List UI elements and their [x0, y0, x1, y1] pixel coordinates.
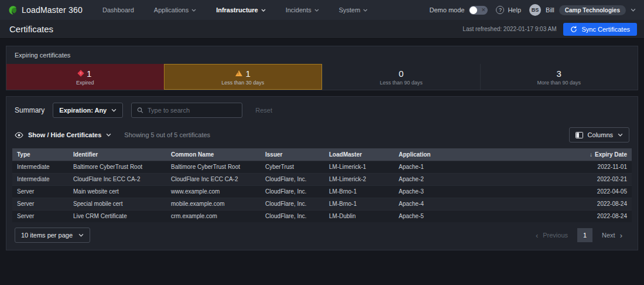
col-header-issuer[interactable]: Issuer [261, 148, 324, 161]
search-icon [137, 107, 143, 114]
nav-item-infrastructure[interactable]: Infrastructure [216, 6, 266, 13]
show-hide-label: Show / Hide Certificates [28, 131, 101, 138]
cell-common-name: Baltimore CyberTrust Root [166, 161, 261, 173]
card-more-than-90-days[interactable]: 3 More than 90 days [480, 64, 638, 90]
nav-item-incidents[interactable]: Incidents [286, 6, 319, 13]
pager: ‹ Previous 1 Next › [529, 228, 629, 242]
nav-label: Incidents [286, 6, 311, 13]
columns-dropdown[interactable]: Columns [569, 127, 629, 142]
cell-common-name: crm.example.com [166, 210, 261, 222]
cell-expiry-date: 2022-08-24 [561, 210, 632, 222]
card-less-than-30-days[interactable]: 1 Less than 30 days [164, 64, 323, 90]
summary-panel: Summary Expiration: Any Reset Show / Hid… [6, 96, 638, 250]
table-row[interactable]: Server Live CRM Certificate crm.example.… [12, 210, 632, 222]
cell-application: Apache-4 [394, 198, 561, 210]
cell-common-name: CloudFlare Inc ECC CA-2 [166, 173, 261, 185]
cell-application: Apache-3 [394, 185, 561, 198]
summary-filter-row: Summary Expiration: Any Reset [6, 97, 638, 123]
table-row[interactable]: Intermediate Baltimore CyberTrust Root B… [12, 161, 632, 173]
expiration-filter-dropdown[interactable]: Expiration: Any [53, 103, 123, 118]
items-per-page-dropdown[interactable]: 10 items per page [15, 228, 90, 243]
card-count: 3 [557, 69, 561, 79]
items-per-page-label: 10 items per page [21, 232, 73, 239]
eye-icon [15, 132, 23, 138]
nav-item-dashboard[interactable]: Dashboard [102, 6, 134, 13]
org-badge[interactable]: Camp Technologies [559, 5, 626, 15]
col-header-expiry-date[interactable]: ↓Expiry Date [561, 148, 632, 161]
cell-identifier: Special mobile cert [68, 198, 166, 210]
col-header-loadmaster[interactable]: LoadMaster [324, 148, 394, 161]
cell-type: Intermediate [12, 173, 68, 185]
sync-certificates-button[interactable]: Sync Certificates [563, 23, 637, 36]
chevron-down-icon [111, 108, 117, 112]
cell-issuer: CloudFlare, Inc. [261, 210, 324, 222]
cell-application: Apache-2 [394, 173, 561, 185]
nav-item-applications[interactable]: Applications [154, 6, 196, 13]
cell-type: Intermediate [12, 161, 68, 173]
card-count: 1 [87, 69, 91, 79]
card-label: Expired [76, 80, 94, 86]
user-name: Bill [546, 6, 554, 13]
cell-application: Apache-5 [394, 210, 561, 222]
top-navigation-bar: LoadMaster 360 Dashboard Applications In… [0, 0, 644, 20]
card-label: Less than 30 days [221, 80, 264, 86]
cell-type: Server [12, 198, 68, 210]
nav-item-system[interactable]: System [339, 6, 368, 13]
col-header-common-name[interactable]: Common Name [166, 148, 261, 161]
page-number-button[interactable]: 1 [577, 228, 592, 242]
cell-identifier: CloudFlare Inc ECC CA-2 [68, 173, 166, 185]
page-title: Certificates [9, 24, 53, 34]
card-label: More than 90 days [537, 80, 581, 86]
avatar: BS [529, 4, 541, 16]
table-header-row: Type Identifier Common Name Issuer LoadM… [12, 148, 632, 161]
cell-loadmaster: LM-Limerick-2 [324, 173, 394, 185]
reset-button[interactable]: Reset [255, 107, 272, 114]
col-header-application[interactable]: Application [394, 148, 561, 161]
table-row[interactable]: Intermediate CloudFlare Inc ECC CA-2 Clo… [12, 173, 632, 185]
cell-identifier: Main website cert [68, 185, 166, 198]
search-input[interactable] [148, 107, 237, 114]
demo-mode-label: Demo mode [430, 6, 465, 13]
cell-issuer: CyberTrust [261, 161, 324, 173]
col-header-identifier[interactable]: Identifier [68, 148, 166, 161]
show-hide-certificates-dropdown[interactable]: Show / Hide Certificates [15, 131, 111, 138]
previous-label: Previous [543, 232, 568, 239]
brand-logo[interactable]: LoadMaster 360 [8, 5, 83, 15]
card-count: 0 [399, 69, 403, 79]
table-row[interactable]: Server Main website cert www.example.com… [12, 185, 632, 198]
diamond-alert-icon [77, 70, 84, 76]
cell-expiry-date: 2022-04-05 [561, 185, 632, 198]
cell-common-name: mobile.example.com [166, 198, 261, 210]
chevron-right-icon: › [620, 232, 622, 239]
question-circle-icon: ? [496, 6, 504, 14]
chevron-down-icon [261, 9, 266, 12]
user-menu[interactable]: BS Bill Camp Technologies [529, 4, 636, 16]
expiry-status-cards: 1 Expired 1 Less than 30 days 0 Less tha… [6, 64, 638, 90]
col-header-type[interactable]: Type [12, 148, 68, 161]
chevron-left-icon: ‹ [536, 232, 538, 239]
cell-application: Apache-1 [394, 161, 561, 173]
certificates-table: Type Identifier Common Name Issuer LoadM… [12, 148, 632, 222]
table-row[interactable]: Server Special mobile cert mobile.exampl… [12, 198, 632, 210]
warning-triangle-icon [235, 70, 242, 76]
chevron-down-icon [618, 133, 623, 137]
main-nav: Dashboard Applications Infrastructure In… [102, 6, 368, 13]
help-button[interactable]: ? Help [496, 6, 521, 14]
col-header-label: Expiry Date [595, 151, 627, 158]
sort-descending-icon: ↓ [590, 151, 592, 158]
expiring-certificates-panel: Expiring certificates 1 Expired 1 Less t… [6, 46, 638, 90]
next-page-button[interactable]: Next › [595, 228, 629, 242]
page-header: Certificates Last refreshed: 2022-01-17 … [0, 20, 644, 39]
cell-expiry-date: 2022-11-01 [561, 161, 632, 173]
card-label: Less than 90 days [380, 80, 423, 86]
demo-mode-toggle[interactable]: ✕ [469, 6, 488, 15]
chevron-down-icon [78, 233, 84, 237]
previous-page-button[interactable]: ‹ Previous [529, 228, 575, 242]
loadmaster-logo-icon [8, 5, 18, 15]
chevron-down-icon [631, 8, 636, 12]
cell-expiry-date: 2022-08-24 [561, 198, 632, 210]
nav-label: Dashboard [102, 6, 134, 13]
card-expired[interactable]: 1 Expired [6, 64, 164, 90]
card-less-than-90-days[interactable]: 0 Less than 90 days [322, 64, 480, 90]
cell-loadmaster: LM-Limerick-1 [324, 161, 394, 173]
